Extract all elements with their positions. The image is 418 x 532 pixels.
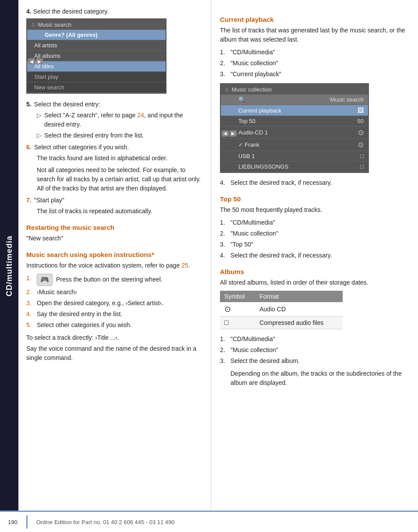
top50-body: The 50 most frequently played tracks. bbox=[220, 205, 410, 215]
menu-item-all-titles[interactable]: All titles bbox=[27, 61, 166, 72]
symbol-cell-1: ⊙ bbox=[220, 302, 255, 317]
sidebar-label: CD/multimedia bbox=[5, 236, 14, 296]
cp-step3: 3. "Current playback" bbox=[220, 70, 410, 79]
mc-item-current-playback[interactable]: Current playback 🖼 bbox=[221, 105, 368, 116]
format-cell-2: Compressed audio files bbox=[255, 317, 343, 329]
step7-header: 7. "Start play" bbox=[26, 196, 203, 205]
spoken-step5-num: 5. bbox=[26, 321, 34, 330]
top50-steps: 1. "CD/Multimedia" 2. "Music collection"… bbox=[220, 218, 410, 260]
spoken-step5: 5. Select other categories if you wish. bbox=[26, 321, 203, 330]
mc-nav-arrows[interactable]: ◀ ▶ bbox=[222, 130, 237, 137]
mc-top50-val: 50 bbox=[358, 118, 364, 124]
current-playback-steps: 1. "CD/Multimedia" 2. "Music collection"… bbox=[220, 48, 410, 79]
top50-step1-text: "CD/Multimedia" bbox=[230, 218, 275, 227]
albums-step1: 1. "CD/Multimedia" bbox=[220, 335, 410, 344]
mc-item-search[interactable]: 🔍 Music search bbox=[221, 95, 368, 105]
menu-item-all-artists[interactable]: All artists bbox=[27, 40, 166, 51]
top50-step3-num: 3. bbox=[220, 240, 228, 249]
spoken-steps-list: 1. 🎮 Press the button on the steering wh… bbox=[26, 274, 203, 330]
spoken-body: Instructions for the voice activation sy… bbox=[26, 261, 203, 270]
mc-audiocd-icon: ⊙ bbox=[358, 128, 364, 137]
top50-step1-num: 1. bbox=[220, 218, 228, 227]
restarting-title: Restarting the music search bbox=[26, 224, 203, 231]
step5-sub2-text: Select the desired entry from the list. bbox=[44, 131, 144, 140]
step5-sublist: ▷ Select "A-Z search", refer to page 24,… bbox=[37, 111, 203, 140]
mc-title-icon: ♫ bbox=[224, 86, 229, 93]
spoken-step3-num: 3. bbox=[26, 299, 34, 308]
mc-audiocd-label: Audio-CD 1 bbox=[238, 129, 268, 136]
mc-title-label: Music collection bbox=[232, 86, 272, 93]
albums-table-body: ⊙ Audio CD □ Compressed audio files bbox=[220, 302, 343, 329]
step5-container: 5. Select the desired entry: ▷ Select "A… bbox=[26, 100, 203, 140]
step6-container: 6. Select other categories if you wish. … bbox=[26, 143, 203, 193]
mc-item-audiocd[interactable]: Audio-CD 1 ⊙ bbox=[221, 127, 368, 139]
albums-step3: 3. Select the desired album. bbox=[220, 356, 410, 366]
albums-table-header: Symbol Format bbox=[220, 291, 343, 302]
step5-num: 5. bbox=[26, 100, 32, 109]
albums-table: Symbol Format ⊙ Audio CD □ Compressed au… bbox=[220, 291, 343, 329]
mc-usb1-icon: □ bbox=[360, 153, 364, 159]
right-step4: 4. Select the desired track, if necessar… bbox=[220, 178, 410, 187]
mc-lieblings-icon: □ bbox=[360, 163, 364, 170]
restarting-body: "New search" bbox=[26, 234, 203, 243]
link-page25[interactable]: 25 bbox=[181, 262, 188, 269]
step7-container: 7. "Start play" The list of tracks is re… bbox=[26, 196, 203, 216]
mc-item-usb1[interactable]: USB 1 □ bbox=[221, 151, 368, 162]
step5-sub2: ▷ Select the desired entry from the list… bbox=[37, 131, 203, 140]
mc-cp-icon: 🖼 bbox=[358, 107, 364, 114]
mc-lieblings-label: LIEBLINGSSONGS bbox=[238, 163, 288, 170]
step7-num: 7. bbox=[26, 196, 32, 205]
cp-step1-text: "CD/Multimedia" bbox=[230, 48, 275, 57]
albums-col-symbol: Symbol bbox=[220, 291, 255, 302]
spoken-title: Music search using spoken instructions* bbox=[26, 251, 203, 258]
top50-step4: 4. Select the desired track, if necessar… bbox=[220, 251, 410, 260]
cp-step3-num: 3. bbox=[220, 70, 228, 79]
footer: 190 Online Edition for Part no. 01 40 2 … bbox=[0, 511, 418, 532]
menu-item-new-search[interactable]: New search bbox=[27, 82, 166, 93]
menu-item-all-albums[interactable]: All albums bbox=[27, 51, 166, 61]
step6-para2: Not all categories need to be selected. … bbox=[37, 166, 203, 193]
mc-item-frank[interactable]: ✓ Frank ⊙ bbox=[221, 139, 368, 151]
albums-step1-text: "CD/Multimedia" bbox=[230, 335, 275, 344]
cp-step3-text: "Current playback" bbox=[230, 70, 281, 79]
spoken-step4-text: Say the desired entry in the list. bbox=[37, 310, 122, 319]
albums-step2-num: 2. bbox=[220, 345, 228, 355]
albums-extra: Depending on the album, the tracks or th… bbox=[230, 369, 410, 388]
step6-text: Select other categories if you wish. bbox=[34, 143, 129, 152]
top50-step3: 3. "Top 50" bbox=[220, 240, 410, 249]
sub-arrow-2: ▷ bbox=[37, 131, 42, 140]
top50-step3-text: "Top 50" bbox=[230, 240, 253, 249]
mc-right-arrow[interactable]: ▶ bbox=[230, 130, 237, 137]
spoken-step1-num: 1. bbox=[26, 274, 34, 286]
music-search-title: ♫ Music search bbox=[27, 19, 166, 30]
link-page24[interactable]: 24 bbox=[137, 112, 144, 119]
spoken-step2-text: ›Music search‹ bbox=[37, 288, 77, 297]
top50-title: Top 50 bbox=[220, 195, 410, 203]
top50-step4-num: 4. bbox=[220, 251, 228, 260]
menu-item-start-play[interactable]: Start play bbox=[27, 72, 166, 82]
mc-left-arrow[interactable]: ◀ bbox=[222, 130, 229, 137]
mc-item-lieblings[interactable]: LIEBLINGSSONGS □ bbox=[221, 162, 368, 172]
step5-sub1-text: Select "A-Z search", refer to page 24, a… bbox=[44, 111, 203, 129]
menu-item-genre[interactable]: Genre? (All genres) bbox=[27, 30, 166, 40]
albums-step2-text: "Music collection" bbox=[230, 345, 278, 355]
left-arrow[interactable]: ◀ bbox=[28, 58, 35, 64]
albums-col-format: Format bbox=[255, 291, 343, 302]
mc-item-top50[interactable]: Top 50 50 bbox=[221, 116, 368, 127]
step5-header: 5. Select the desired entry: bbox=[26, 100, 203, 109]
step5-sub1: ▷ Select "A-Z search", refer to page 24,… bbox=[37, 111, 203, 129]
mc-frank-icon: ⊙ bbox=[358, 141, 364, 149]
symbol-cell-2: □ bbox=[220, 317, 255, 329]
step6-num: 6. bbox=[26, 143, 32, 152]
steering-icon: 🎮 bbox=[37, 274, 53, 286]
spoken-extra2: Say the voice command and the name of th… bbox=[26, 344, 203, 363]
music-search-box: ♫ Music search ◀ ▶ Genre? (All genres) A… bbox=[26, 18, 166, 94]
top50-step2-text: "Music collection" bbox=[230, 229, 278, 238]
sub-arrow-1: ▷ bbox=[37, 111, 42, 129]
right-arrow[interactable]: ▶ bbox=[36, 58, 43, 64]
format-cell-1: Audio CD bbox=[255, 302, 343, 317]
step6-header: 6. Select other categories if you wish. bbox=[26, 143, 203, 152]
nav-arrows-left[interactable]: ◀ ▶ bbox=[28, 58, 43, 64]
music-search-label: Music search bbox=[38, 21, 72, 28]
step5-text: Select the desired entry: bbox=[34, 100, 100, 109]
